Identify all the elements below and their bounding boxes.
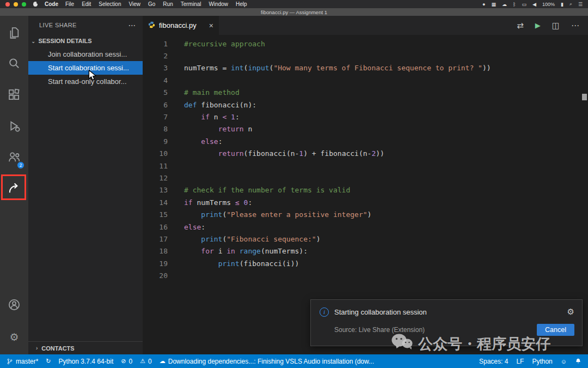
- notification-settings-icon[interactable]: ⚙: [567, 307, 574, 317]
- app-menu[interactable]: Code: [45, 1, 58, 7]
- tab-close-icon[interactable]: ×: [209, 21, 213, 30]
- menu-terminal[interactable]: Terminal: [181, 1, 201, 7]
- status-bar-right: Spaces: 4LFPython☺: [479, 358, 581, 365]
- vscode-window: Code FileEditSelectionViewGoRunTerminalW…: [0, 0, 588, 368]
- code-line[interactable]: 12: [143, 172, 588, 184]
- account-button[interactable]: [1, 292, 27, 319]
- close-window-button[interactable]: [5, 2, 10, 7]
- code-line[interactable]: 20: [143, 269, 588, 281]
- stats-icon[interactable]: ▦: [492, 2, 497, 7]
- cancel-button[interactable]: Cancel: [537, 324, 574, 336]
- code-line[interactable]: 10 return(fibonacci(n-1) + fibonacci(n-2…: [143, 148, 588, 160]
- line-number: 20: [143, 272, 168, 280]
- status-download-status-label: Downloading dependencies...: Finishing V…: [168, 358, 374, 365]
- status-eol-label: LF: [516, 358, 524, 365]
- line-number: 5: [143, 88, 168, 96]
- status-eol[interactable]: LF: [516, 358, 524, 365]
- code-line[interactable]: 19 print(fibonacci(i)): [143, 257, 588, 269]
- menu-selection[interactable]: Selection: [99, 1, 121, 7]
- cloud-sync-icon[interactable]: ☁: [502, 2, 507, 7]
- menu-view[interactable]: View: [129, 1, 141, 7]
- status-problems-errors[interactable]: ⊘0: [121, 358, 132, 365]
- status-language-mode[interactable]: Python: [532, 358, 552, 365]
- sidebar-item-start-readonly-collaboration-session[interactable]: Start read-only collabor...: [28, 75, 143, 88]
- code-line[interactable]: 7 if n < 1:: [143, 111, 588, 123]
- settings-button[interactable]: ⚙: [1, 323, 27, 351]
- volume-icon[interactable]: ◀: [532, 2, 536, 7]
- zoom-window-button[interactable]: [22, 2, 26, 7]
- line-number: 6: [143, 101, 168, 109]
- gear-icon: ⚙: [9, 331, 19, 343]
- status-git-branch[interactable]: master*: [7, 358, 38, 365]
- compare-changes-icon[interactable]: ⇄: [517, 21, 524, 31]
- split-editor-icon[interactable]: ◫: [552, 21, 560, 31]
- activity-bar: 2 ⚙: [0, 16, 28, 354]
- sidebar-item-start-collaboration-session[interactable]: Start collaboration sessi...: [28, 61, 143, 75]
- spotlight-search-icon[interactable]: ⌕: [569, 1, 572, 7]
- control-center-icon[interactable]: ☰: [578, 2, 583, 7]
- battery-percent-label[interactable]: 100%: [542, 2, 555, 7]
- menu-go[interactable]: Go: [148, 1, 155, 7]
- code-line[interactable]: 11: [143, 160, 588, 172]
- explorer-icon: [7, 26, 21, 42]
- bluetooth-icon[interactable]: ᛒ: [513, 2, 516, 7]
- status-python-interpreter[interactable]: Python 3.7.4 64-bit: [59, 358, 114, 365]
- line-number: 19: [143, 260, 168, 268]
- code-text: else:: [184, 137, 222, 146]
- status-problems-warnings[interactable]: ⚠0: [140, 358, 152, 365]
- recording-indicator-icon[interactable]: ●: [482, 2, 485, 7]
- menu-window[interactable]: Window: [209, 1, 229, 7]
- code-line[interactable]: 3numTerms = int(input("How many terms of…: [143, 62, 588, 74]
- sidebar-item-join-collaboration-session[interactable]: Join collaboration sessi...: [28, 47, 143, 61]
- tab-fibonacci-py[interactable]: fibonacci.py ×: [143, 16, 219, 35]
- line-number: 10: [143, 149, 168, 158]
- more-actions-icon[interactable]: ⋯: [571, 21, 579, 31]
- activity-explorer-button[interactable]: [1, 20, 27, 47]
- section-session-details[interactable]: ⌄ SESSION DETAILS: [28, 34, 143, 47]
- activity-accounts-button[interactable]: 2: [1, 144, 27, 172]
- live-share-sidebar: LIVE SHARE ⋯ ⌄ SESSION DETAILS Join coll…: [28, 16, 143, 354]
- status-language-mode-label: Python: [532, 358, 552, 365]
- activity-search-button[interactable]: [1, 51, 27, 79]
- minimize-window-button[interactable]: [14, 2, 18, 7]
- menu-help[interactable]: Help: [236, 1, 247, 7]
- more-actions-icon[interactable]: ⋯: [128, 21, 136, 29]
- status-notifications-bell[interactable]: [575, 358, 581, 365]
- line-number: 2: [143, 52, 168, 60]
- battery-icon[interactable]: ▮: [561, 2, 564, 7]
- code-line[interactable]: 6def fibonacci(n):: [143, 99, 588, 111]
- code-line[interactable]: 9 else:: [143, 135, 588, 147]
- code-line[interactable]: 18 for i in range(numTerms):: [143, 245, 588, 257]
- activity-run-debug-button[interactable]: [1, 113, 27, 141]
- code-line[interactable]: 17 print("Fibonacci sequence:"): [143, 233, 588, 245]
- code-line[interactable]: 14if numTerms ≤ 0:: [143, 196, 588, 208]
- status-indentation[interactable]: Spaces: 4: [479, 358, 508, 365]
- activity-extensions-button[interactable]: [1, 82, 27, 110]
- window-title: fibonacci.py — Assignment 1: [261, 9, 327, 15]
- code-line[interactable]: 2: [143, 50, 588, 62]
- window-title-bar[interactable]: fibonacci.py — Assignment 1: [0, 8, 588, 16]
- menu-file[interactable]: File: [65, 1, 74, 7]
- code-line[interactable]: 8 return n: [143, 123, 588, 135]
- sidebar-header: LIVE SHARE ⋯: [28, 16, 143, 34]
- code-line[interactable]: 5# main method: [143, 87, 588, 99]
- status-feedback[interactable]: ☺: [561, 358, 567, 365]
- apple-menu-icon[interactable]: [33, 2, 38, 7]
- code-line[interactable]: 15 print("Please enter a positive intege…: [143, 208, 588, 220]
- notification-footer: Source: Live Share (Extension) Cancel: [311, 317, 582, 336]
- status-sync[interactable]: ↻: [46, 358, 51, 365]
- editor-scrollbar[interactable]: [582, 94, 587, 100]
- status-download-status[interactable]: ☁Downloading dependencies...: Finishing …: [160, 358, 374, 365]
- status-indentation-label: Spaces: 4: [479, 358, 508, 365]
- section-contacts[interactable]: › CONTACTS: [28, 341, 143, 354]
- code-line[interactable]: 1#recursive approach: [143, 38, 588, 50]
- line-number: 15: [143, 210, 168, 219]
- display-icon[interactable]: ▭: [522, 2, 526, 7]
- code-line[interactable]: 16else:: [143, 221, 588, 233]
- code-line[interactable]: 4: [143, 74, 588, 86]
- menu-edit[interactable]: Edit: [82, 1, 91, 7]
- code-text: # check if the number of terms is valid: [184, 186, 350, 194]
- run-file-icon[interactable]: ▶: [535, 21, 541, 29]
- code-line[interactable]: 13# check if the number of terms is vali…: [143, 184, 588, 196]
- menu-run[interactable]: Run: [163, 1, 173, 7]
